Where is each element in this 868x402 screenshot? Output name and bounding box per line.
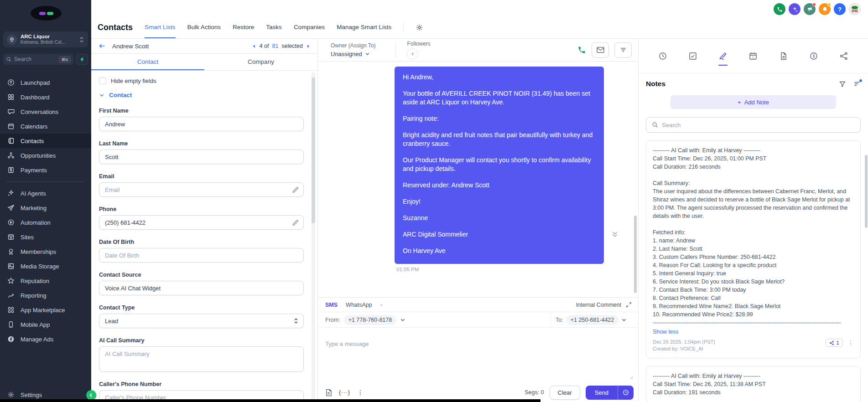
edit-pencil-icon[interactable] <box>292 186 299 193</box>
select-stepper-icon <box>293 318 299 324</box>
tab-bulk-actions[interactable]: Bulk Actions <box>187 16 221 38</box>
sidebar-item-mobile-app[interactable]: Mobile App <box>0 317 91 332</box>
internal-comment-label[interactable]: Internal Comment <box>576 302 621 308</box>
email-field[interactable]: Email <box>99 182 304 197</box>
chat-bubble-icon <box>7 108 15 115</box>
clear-button[interactable]: Clear <box>550 386 580 400</box>
hide-empty-checkbox[interactable] <box>99 77 106 84</box>
sidebar-collapse-button[interactable] <box>86 390 96 400</box>
more-options-button[interactable]: ⋮ <box>357 389 364 396</box>
from-select[interactable]: From: +1 778-760-8178 <box>318 312 551 327</box>
tasks-tab[interactable] <box>687 50 699 62</box>
email-button[interactable] <box>592 42 609 58</box>
phone-icon <box>577 46 586 54</box>
send-button[interactable]: Send <box>586 386 634 400</box>
schedule-send-button[interactable] <box>618 386 634 400</box>
sidebar-item-conversations[interactable]: Conversations <box>0 104 91 119</box>
tab-restore[interactable]: Restore <box>233 16 254 38</box>
note-card[interactable]: --------- AI Call with: Emily at Harvey … <box>646 140 861 358</box>
award-icon <box>7 248 15 255</box>
notes-sort-button[interactable] <box>853 80 861 88</box>
date-of-birth-field[interactable]: Date Of Birth <box>99 248 304 263</box>
notes-filter-button[interactable] <box>839 80 846 88</box>
tab-company[interactable]: Company <box>204 54 317 70</box>
next-contact-button[interactable] <box>306 44 311 49</box>
sidebar-item-automation[interactable]: Automation <box>0 215 91 230</box>
sidebar-item-contacts[interactable]: Contacts <box>0 134 91 148</box>
account-switcher[interactable]: ARC Liquor Kelowna, British Col... <box>3 31 88 47</box>
notes-scrollbar[interactable] <box>865 155 868 228</box>
to-select[interactable]: To: +1 250-681-4422 <box>551 312 638 327</box>
first-name-field[interactable]: Andrew <box>99 117 304 131</box>
announcements-button[interactable] <box>804 3 816 15</box>
sidebar-item-media-storage[interactable]: Media Storage <box>0 259 91 273</box>
sidebar-item-dashboard[interactable]: Dashboard <box>0 90 91 104</box>
notifications-button[interactable] <box>819 3 831 15</box>
note-card[interactable]: --------- AI Call with: Emily at Harvey … <box>646 366 861 402</box>
sidebar-item-opportunities[interactable]: Opportunities <box>0 148 91 163</box>
tab-companies[interactable]: Companies <box>294 16 325 38</box>
phone-field[interactable]: (250) 681-4422 <box>99 215 304 230</box>
tab-contact[interactable]: Contact <box>91 54 204 70</box>
ai-assistant-button[interactable] <box>789 3 800 15</box>
sidebar-item-calendars[interactable]: Calendars <box>0 119 91 134</box>
quick-actions-button[interactable] <box>76 54 88 65</box>
filter-conversation-button[interactable] <box>614 42 632 58</box>
user-avatar[interactable]: DM <box>849 3 861 15</box>
sidebar-item-launchpad[interactable]: Launchpad <box>0 75 91 90</box>
sidebar-item-reputation[interactable]: Reputation <box>0 273 91 288</box>
channel-sms[interactable]: SMS <box>325 302 338 308</box>
resize-handle[interactable] <box>627 373 634 380</box>
message-input[interactable]: Type a message <box>318 328 638 383</box>
header-utility-icons: ? DM <box>774 3 861 15</box>
note-options-button[interactable]: ⋮ <box>847 339 854 346</box>
templates-button[interactable] <box>325 389 332 397</box>
sidebar-item-sites[interactable]: Sites <box>0 230 91 244</box>
prev-contact-button[interactable] <box>251 44 256 49</box>
gear-icon <box>416 24 423 31</box>
sidebar-item-memberships[interactable]: Memberships <box>0 244 91 259</box>
add-follower-button[interactable]: + <box>407 48 418 59</box>
message-list[interactable]: Hi Andrew, Your bottle of AVERILL CREEK … <box>318 62 638 297</box>
edit-pencil-icon[interactable] <box>292 219 299 226</box>
activity-tab[interactable] <box>657 50 669 62</box>
contact-panel-scrollbar[interactable] <box>312 77 315 223</box>
conversation-scrollbar[interactable] <box>634 216 637 293</box>
tab-smart-lists[interactable]: Smart Lists <box>145 16 176 38</box>
paper-plane-icon <box>7 204 15 211</box>
smart-list-settings-button[interactable] <box>416 24 423 31</box>
tab-manage-smart-lists[interactable]: Manage Smart Lists <box>337 16 391 38</box>
plus-icon: + <box>411 50 414 57</box>
notes-search-input[interactable]: Search <box>646 117 861 133</box>
note-association-badge[interactable]: 1 <box>826 339 843 347</box>
last-name-field[interactable]: Scott <box>99 149 304 164</box>
sidebar-item-app-marketplace[interactable]: App Marketplace <box>0 303 91 317</box>
sidebar-item-manage-ads[interactable]: Manage Ads <box>0 332 91 346</box>
sidebar-search-input[interactable]: Search ⌘K <box>3 54 73 65</box>
payments-tab[interactable]: $ <box>808 50 820 62</box>
call-button[interactable] <box>577 46 586 54</box>
back-button[interactable] <box>99 42 106 50</box>
channel-extra[interactable]: - <box>380 302 382 308</box>
sidebar-item-payments[interactable]: Payments <box>0 163 91 177</box>
contact-source-field[interactable]: Voice AI Chat Widget <box>99 281 304 295</box>
appointments-tab[interactable]: 1 <box>747 50 759 62</box>
ai-call-summary-textarea[interactable]: AI Call Summary <box>99 346 304 372</box>
notes-tab[interactable] <box>717 50 729 62</box>
contact-section-header[interactable]: Contact <box>99 92 304 98</box>
associations-tab[interactable] <box>838 50 850 62</box>
sidebar-item-reporting[interactable]: Reporting <box>0 288 91 303</box>
documents-tab[interactable] <box>778 50 790 62</box>
dialer-button[interactable] <box>774 3 785 15</box>
channel-whatsapp[interactable]: WhatsApp <box>346 302 372 308</box>
scroll-to-bottom-button[interactable] <box>611 230 619 238</box>
add-note-button[interactable]: + Add Note <box>670 95 836 109</box>
show-less-link[interactable]: Show less <box>653 329 854 335</box>
custom-values-button[interactable]: {···} <box>339 389 350 396</box>
owner-select[interactable]: Unassigned <box>331 51 375 57</box>
help-button[interactable]: ? <box>834 3 846 15</box>
sidebar-item-ai-agents[interactable]: AI Agents <box>0 186 91 201</box>
contact-type-select[interactable]: Lead <box>99 314 304 328</box>
sidebar-item-marketing[interactable]: Marketing <box>0 201 91 215</box>
tab-tasks[interactable]: Tasks <box>266 16 282 38</box>
